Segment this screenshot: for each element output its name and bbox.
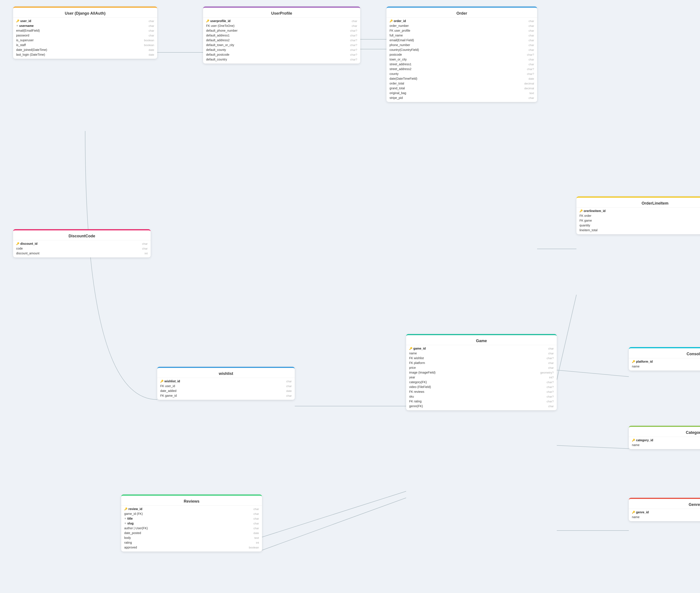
- table-row: order_numberchar: [386, 23, 537, 28]
- table-orderlineitem: OrderLineItem🔑orerlineitem_idcharFK orde…: [576, 197, 700, 234]
- field-name-text: stripe_pid: [390, 96, 403, 100]
- table-row: namechar: [629, 443, 700, 447]
- table-row: email(EmailField)char: [13, 28, 157, 33]
- table-row: 🔑order_idchar: [386, 18, 537, 23]
- field-type: char?: [350, 53, 357, 56]
- field-name-text: lineitem_total: [580, 228, 597, 232]
- field-type: char?: [546, 385, 554, 389]
- field-name-text: country(CountryField): [390, 48, 419, 51]
- table-category: Category🔑category_idcharnamechar: [629, 426, 700, 449]
- field-name: name: [409, 352, 417, 355]
- field-name-text: default_county: [206, 48, 226, 51]
- pk-icon: 🔑: [632, 511, 635, 514]
- table-row: default_phone_numberchar?: [203, 28, 360, 33]
- field-name: 🔑orerlineitem_id: [580, 209, 606, 213]
- table-order: Order🔑order_idcharorder_numbercharFK use…: [386, 6, 537, 102]
- field-name: default_phone_number: [206, 29, 238, 32]
- table-header-user: User (Django AllAuth): [13, 8, 157, 18]
- table-row: quantityint: [576, 223, 700, 228]
- field-name: postcode: [390, 53, 402, 56]
- table-row: is_staffboolean: [13, 43, 157, 47]
- table-row: FK wishlistchar?: [406, 356, 557, 360]
- field-name: body: [124, 536, 131, 540]
- field-name: is_staff: [16, 43, 26, 47]
- field-name: FK order: [580, 214, 591, 218]
- field-name-text: FK game: [580, 219, 592, 222]
- field-name-text: order_id: [394, 19, 406, 23]
- field-type: char?: [350, 34, 357, 37]
- table-row: FK user_idchar: [157, 384, 295, 388]
- field-name: FK wishlist: [409, 356, 424, 360]
- field-type: char: [548, 347, 554, 350]
- field-name: default_address2: [206, 38, 230, 42]
- field-name: grand_total: [390, 86, 405, 90]
- field-name-text: county: [390, 72, 398, 76]
- table-row: ✳slugchar: [121, 521, 262, 526]
- field-name-text: discount_id: [20, 242, 38, 245]
- field-type: char: [548, 366, 554, 369]
- field-type: date: [149, 53, 154, 56]
- field-name: FK platform: [409, 361, 425, 365]
- table-row: FK user_profilechar: [386, 28, 537, 33]
- field-name: FK user_profile: [390, 29, 410, 32]
- field-type: char?: [350, 48, 357, 51]
- table-row: namechar: [629, 515, 700, 519]
- field-type: char: [149, 29, 154, 32]
- table-row: default_countrychar?: [203, 57, 360, 62]
- field-type: boolean: [144, 43, 154, 47]
- field-name-text: review_id: [128, 507, 142, 511]
- table-body-console: 🔑platform_idcharnamechar: [629, 358, 700, 370]
- table-body-user: 🔑user_idchar✳usernamecharemail(EmailFiel…: [13, 18, 157, 59]
- field-name-text: default_postcode: [206, 53, 230, 56]
- field-name: rating: [124, 541, 132, 544]
- field-name-text: order_total: [390, 82, 404, 85]
- table-row: skuchar?: [406, 394, 557, 399]
- table-wishlist: wishlist🔑wishlist_idcharFK user_idcharda…: [157, 367, 295, 400]
- field-name-text: FK platform: [409, 361, 425, 365]
- field-name-text: date_joined(DateTime): [16, 48, 47, 51]
- table-row: phone_numberchar: [386, 43, 537, 47]
- table-row: passwordchar: [13, 33, 157, 38]
- table-row: video (FileField)char?: [406, 385, 557, 389]
- field-type: int: [256, 541, 259, 544]
- field-name-text: is_staff: [16, 43, 26, 47]
- pk-icon: 🔑: [16, 19, 20, 23]
- field-name-text: rating: [124, 541, 132, 544]
- field-name: 🔑order_id: [390, 19, 406, 23]
- field-name-text: user_id: [20, 19, 31, 23]
- field-type: decimal: [524, 82, 534, 85]
- field-type: char: [142, 247, 148, 250]
- table-row: stripe_pidchar: [386, 95, 537, 100]
- table-game: Game🔑game_idcharnamecharFK wishlistchar?…: [406, 334, 557, 410]
- field-type: char?: [546, 395, 554, 398]
- field-type: char: [529, 39, 534, 42]
- field-name-text: order_number: [390, 24, 409, 28]
- field-type: char: [548, 404, 554, 408]
- field-name: password: [16, 34, 29, 37]
- field-name: town_or_city: [390, 57, 407, 61]
- table-row: default_address2char?: [203, 38, 360, 43]
- field-name: default_town_or_city: [206, 43, 234, 47]
- table-row: 🔑wishlist_idchar: [157, 379, 295, 384]
- table-row: discount_amountint: [13, 251, 151, 256]
- field-name-text: sku: [409, 395, 414, 398]
- table-body-reviews: 🔑review_idchargame_id (FK)char✳titlechar…: [121, 506, 262, 552]
- field-name-text: date_posted: [124, 531, 141, 535]
- table-body-category: 🔑category_idcharnamechar: [629, 437, 700, 449]
- field-name: date_added: [160, 389, 177, 393]
- field-type: char: [254, 527, 259, 530]
- field-name: name: [632, 515, 639, 519]
- field-name-text: image (ImageField): [409, 371, 436, 374]
- field-type: char: [352, 24, 357, 28]
- field-name: date_posted: [124, 531, 141, 535]
- table-row: email(Email Field)char: [386, 38, 537, 43]
- field-name-text: date(DateTimeField): [390, 77, 417, 80]
- table-row: date_posteddate: [121, 530, 262, 536]
- table-row: namechar: [406, 351, 557, 356]
- table-row: 🔑discount_idchar: [13, 241, 151, 246]
- field-name-text: town_or_city: [390, 57, 407, 61]
- field-type: date: [149, 48, 154, 51]
- field-name-text: FK user_id: [160, 384, 175, 388]
- field-name: image (ImageField): [409, 371, 436, 374]
- table-body-wishlist: 🔑wishlist_idcharFK user_idchardate_added…: [157, 378, 295, 400]
